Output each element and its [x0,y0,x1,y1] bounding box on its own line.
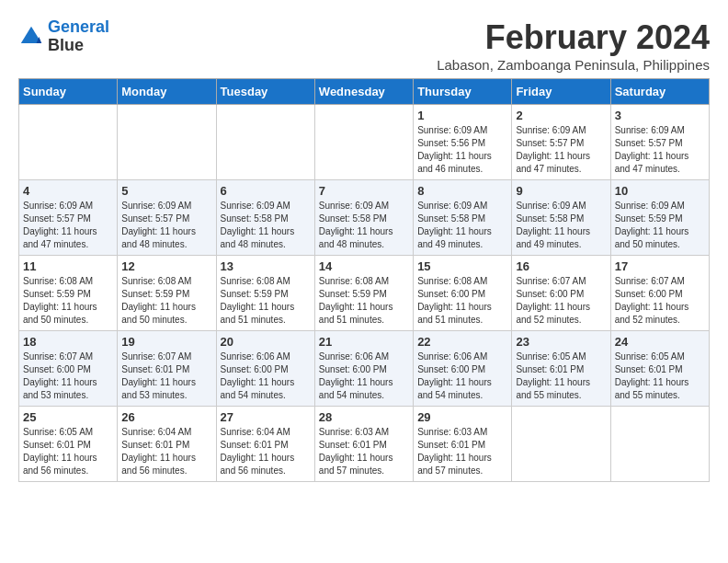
day-info: Sunrise: 6:08 AMSunset: 6:00 PMDaylight:… [417,275,507,327]
calendar-cell: 18Sunrise: 6:07 AMSunset: 6:00 PMDayligh… [19,331,118,407]
calendar-week-4: 18Sunrise: 6:07 AMSunset: 6:00 PMDayligh… [19,331,710,407]
day-info: Sunrise: 6:05 AMSunset: 6:01 PMDaylight:… [23,426,113,477]
location-subtitle: Labason, Zamboanga Peninsula, Philippine… [437,57,710,73]
calendar-cell: 17Sunrise: 6:07 AMSunset: 6:00 PMDayligh… [610,256,709,331]
day-info: Sunrise: 6:07 AMSunset: 6:00 PMDaylight:… [23,350,113,402]
day-number: 13 [221,259,311,273]
day-info: Sunrise: 6:09 AMSunset: 5:57 PMDaylight:… [615,124,705,176]
page-header: General Blue February 2024 Labason, Zamb… [18,18,710,73]
day-number: 25 [23,410,113,424]
day-number: 17 [615,259,705,273]
day-info: Sunrise: 6:09 AMSunset: 5:57 PMDaylight:… [23,200,113,251]
calendar-cell: 9Sunrise: 6:09 AMSunset: 5:58 PMDaylight… [512,180,610,256]
day-number: 11 [23,259,113,273]
calendar-cell: 23Sunrise: 6:05 AMSunset: 6:01 PMDayligh… [512,331,610,407]
calendar-cell: 6Sunrise: 6:09 AMSunset: 5:58 PMDaylight… [216,180,314,256]
calendar-cell: 25Sunrise: 6:05 AMSunset: 6:01 PMDayligh… [19,407,118,482]
calendar-cell: 16Sunrise: 6:07 AMSunset: 6:00 PMDayligh… [512,256,610,331]
day-number: 14 [319,259,409,273]
day-number: 4 [23,184,113,198]
calendar-cell: 1Sunrise: 6:09 AMSunset: 5:56 PMDaylight… [414,105,512,180]
calendar-cell: 11Sunrise: 6:08 AMSunset: 5:59 PMDayligh… [19,256,118,331]
day-number: 22 [417,335,507,349]
day-info: Sunrise: 6:07 AMSunset: 6:00 PMDaylight:… [615,275,705,327]
logo: General Blue [18,18,109,55]
day-number: 9 [516,184,606,198]
calendar-cell: 20Sunrise: 6:06 AMSunset: 6:00 PMDayligh… [216,331,314,407]
day-number: 5 [121,184,211,198]
calendar-cell [314,105,413,180]
day-number: 27 [221,410,311,424]
day-number: 18 [23,335,113,349]
day-info: Sunrise: 6:09 AMSunset: 5:59 PMDaylight:… [615,200,705,251]
day-info: Sunrise: 6:08 AMSunset: 5:59 PMDaylight:… [23,275,113,327]
calendar-week-3: 11Sunrise: 6:08 AMSunset: 5:59 PMDayligh… [19,256,710,331]
day-number: 10 [615,184,705,198]
day-info: Sunrise: 6:03 AMSunset: 6:01 PMDaylight:… [417,426,507,477]
calendar-cell [610,407,709,482]
calendar-cell: 19Sunrise: 6:07 AMSunset: 6:01 PMDayligh… [118,331,216,407]
day-info: Sunrise: 6:09 AMSunset: 5:58 PMDaylight:… [516,200,606,251]
day-info: Sunrise: 6:08 AMSunset: 5:59 PMDaylight:… [121,275,211,327]
day-info: Sunrise: 6:09 AMSunset: 5:56 PMDaylight:… [417,124,507,176]
calendar-cell: 7Sunrise: 6:09 AMSunset: 5:58 PMDaylight… [314,180,413,256]
day-number: 3 [615,109,705,122]
logo-line1: General [48,17,109,36]
calendar-cell: 21Sunrise: 6:06 AMSunset: 6:00 PMDayligh… [314,331,413,407]
calendar-week-2: 4Sunrise: 6:09 AMSunset: 5:57 PMDaylight… [19,180,710,256]
day-info: Sunrise: 6:06 AMSunset: 6:00 PMDaylight:… [319,350,409,402]
calendar-cell: 8Sunrise: 6:09 AMSunset: 5:58 PMDaylight… [414,180,512,256]
calendar-cell: 3Sunrise: 6:09 AMSunset: 5:57 PMDaylight… [610,105,709,180]
day-number: 19 [121,335,211,349]
day-info: Sunrise: 6:06 AMSunset: 6:00 PMDaylight:… [221,350,311,402]
logo-icon [18,24,44,50]
weekday-header-sunday: Sunday [19,79,118,105]
day-number: 6 [221,184,311,198]
weekday-header-tuesday: Tuesday [216,79,314,105]
calendar-cell: 13Sunrise: 6:08 AMSunset: 5:59 PMDayligh… [216,256,314,331]
day-info: Sunrise: 6:06 AMSunset: 6:00 PMDaylight:… [417,350,507,402]
calendar-week-1: 1Sunrise: 6:09 AMSunset: 5:56 PMDaylight… [19,105,710,180]
calendar-cell: 24Sunrise: 6:05 AMSunset: 6:01 PMDayligh… [610,331,709,407]
day-info: Sunrise: 6:04 AMSunset: 6:01 PMDaylight:… [221,426,311,477]
day-number: 28 [319,410,409,424]
logo-text: General Blue [48,18,109,55]
calendar-cell: 26Sunrise: 6:04 AMSunset: 6:01 PMDayligh… [118,407,216,482]
calendar-cell: 28Sunrise: 6:03 AMSunset: 6:01 PMDayligh… [314,407,413,482]
calendar-cell: 22Sunrise: 6:06 AMSunset: 6:00 PMDayligh… [414,331,512,407]
day-info: Sunrise: 6:08 AMSunset: 5:59 PMDaylight:… [221,275,311,327]
day-info: Sunrise: 6:09 AMSunset: 5:58 PMDaylight:… [319,200,409,251]
day-number: 7 [319,184,409,198]
day-info: Sunrise: 6:09 AMSunset: 5:57 PMDaylight:… [516,124,606,176]
day-number: 1 [417,109,507,122]
weekday-header-row: SundayMondayTuesdayWednesdayThursdayFrid… [19,79,710,105]
day-number: 15 [417,259,507,273]
day-number: 16 [516,259,606,273]
day-info: Sunrise: 6:08 AMSunset: 5:59 PMDaylight:… [319,275,409,327]
day-number: 29 [417,410,507,424]
day-number: 8 [417,184,507,198]
logo-line2: Blue [48,37,109,55]
day-number: 2 [516,109,606,122]
day-number: 26 [121,410,211,424]
calendar-cell: 5Sunrise: 6:09 AMSunset: 5:57 PMDaylight… [118,180,216,256]
day-number: 20 [221,335,311,349]
day-info: Sunrise: 6:09 AMSunset: 5:57 PMDaylight:… [121,200,211,251]
day-info: Sunrise: 6:07 AMSunset: 6:00 PMDaylight:… [516,275,606,327]
calendar-cell [118,105,216,180]
calendar-cell: 14Sunrise: 6:08 AMSunset: 5:59 PMDayligh… [314,256,413,331]
calendar-cell: 29Sunrise: 6:03 AMSunset: 6:01 PMDayligh… [414,407,512,482]
calendar-cell: 4Sunrise: 6:09 AMSunset: 5:57 PMDaylight… [19,180,118,256]
day-info: Sunrise: 6:05 AMSunset: 6:01 PMDaylight:… [516,350,606,402]
calendar-cell [216,105,314,180]
day-info: Sunrise: 6:05 AMSunset: 6:01 PMDaylight:… [615,350,705,402]
weekday-header-thursday: Thursday [414,79,512,105]
calendar-table: SundayMondayTuesdayWednesdayThursdayFrid… [18,78,710,482]
day-info: Sunrise: 6:07 AMSunset: 6:01 PMDaylight:… [121,350,211,402]
day-number: 12 [121,259,211,273]
calendar-week-5: 25Sunrise: 6:05 AMSunset: 6:01 PMDayligh… [19,407,710,482]
day-info: Sunrise: 6:04 AMSunset: 6:01 PMDaylight:… [121,426,211,477]
weekday-header-wednesday: Wednesday [314,79,413,105]
day-info: Sunrise: 6:09 AMSunset: 5:58 PMDaylight:… [221,200,311,251]
calendar-cell [512,407,610,482]
